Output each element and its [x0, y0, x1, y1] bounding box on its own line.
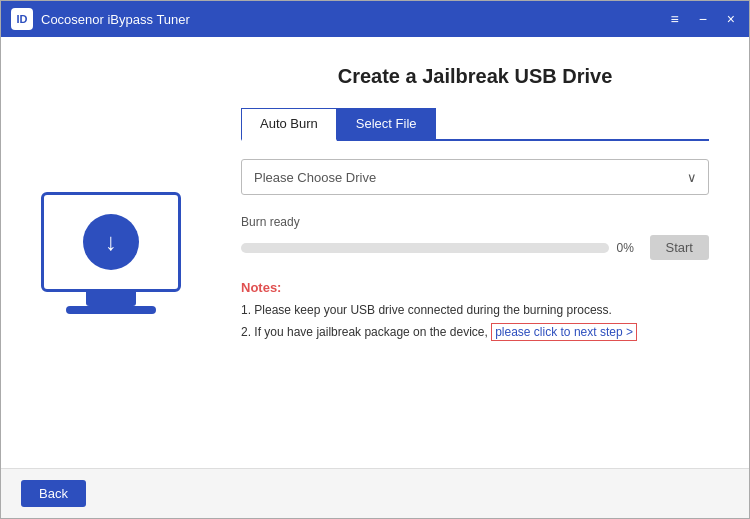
app-window: ID Cocosenor iBypass Tuner ≡ − × ↓ Cr — [0, 0, 750, 519]
burn-section: Burn ready 0% Start — [241, 215, 709, 260]
window-controls: ≡ − × — [666, 10, 739, 28]
download-arrow-icon: ↓ — [105, 230, 117, 254]
main-content: ↓ Create a Jailbreak USB Drive Auto Burn… — [1, 37, 749, 468]
app-logo: ID — [11, 8, 33, 30]
app-title: Cocosenor iBypass Tuner — [41, 12, 666, 27]
download-circle: ↓ — [83, 214, 139, 270]
page-title: Create a Jailbreak USB Drive — [241, 65, 709, 88]
left-panel: ↓ — [1, 37, 221, 468]
monitor-stand — [86, 292, 136, 306]
note-item-1: 1. Please keep your USB drive connected … — [241, 301, 709, 319]
progress-bar-container — [241, 243, 609, 253]
monitor-illustration: ↓ — [41, 192, 181, 314]
monitor-screen: ↓ — [41, 192, 181, 292]
notes-title: Notes: — [241, 280, 709, 295]
burn-label: Burn ready — [241, 215, 709, 229]
start-button[interactable]: Start — [650, 235, 709, 260]
close-icon[interactable]: × — [723, 10, 739, 28]
note-item-2: 2. If you have jailbreak package on the … — [241, 323, 709, 341]
progress-percent: 0% — [617, 241, 642, 255]
back-button[interactable]: Back — [21, 480, 86, 507]
drive-select[interactable]: Please Choose Drive — [241, 159, 709, 195]
notes-section: Notes: 1. Please keep your USB drive con… — [241, 280, 709, 341]
tabs-container: Auto Burn Select File — [241, 108, 709, 141]
next-step-link[interactable]: please click to next step > — [491, 323, 637, 341]
menu-icon[interactable]: ≡ — [666, 10, 682, 28]
tab-select-file[interactable]: Select File — [337, 108, 436, 139]
right-panel: Create a Jailbreak USB Drive Auto Burn S… — [221, 37, 749, 468]
minimize-icon[interactable]: − — [695, 10, 711, 28]
monitor-base — [66, 306, 156, 314]
drive-select-wrapper[interactable]: Please Choose Drive — [241, 159, 709, 195]
burn-row: 0% Start — [241, 235, 709, 260]
footer: Back — [1, 468, 749, 518]
titlebar: ID Cocosenor iBypass Tuner ≡ − × — [1, 1, 749, 37]
tab-auto-burn[interactable]: Auto Burn — [241, 108, 337, 141]
